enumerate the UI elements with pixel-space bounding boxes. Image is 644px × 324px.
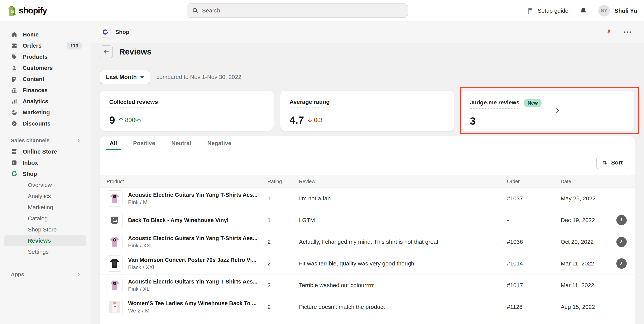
shop-channel-icon bbox=[11, 170, 18, 177]
arrow-down-icon bbox=[307, 117, 313, 123]
sidebar-item-products[interactable]: Products bbox=[0, 51, 91, 62]
sidebar-item-shop[interactable]: Shop bbox=[0, 168, 91, 180]
product-title: Back To Black - Amy Winehouse Vinyl bbox=[128, 217, 228, 224]
body: Home Orders 113 Products Customers Conte… bbox=[0, 21, 644, 324]
edited-clock-icon bbox=[616, 258, 627, 269]
sidebar-item-finances[interactable]: Finances bbox=[0, 85, 91, 96]
app-name: Shop bbox=[116, 29, 130, 35]
period-dropdown[interactable]: Last Month bbox=[100, 70, 150, 84]
back-button[interactable] bbox=[100, 46, 113, 58]
reviews-card: All Positive Neutral Negative Sort Produ… bbox=[100, 136, 635, 324]
pin-icon[interactable] bbox=[605, 28, 612, 36]
shopify-logo[interactable]: S shopify bbox=[0, 4, 47, 17]
sidebar-item-label: Home bbox=[23, 31, 82, 38]
sidebar-item-label: Analytics bbox=[23, 98, 82, 104]
judgeme-reviews-card[interactable]: Judge.me reviews New 3 bbox=[461, 90, 634, 131]
sidebar-subitem-settings[interactable]: Settings bbox=[0, 246, 91, 258]
table-row[interactable]: Women'S Tee Ladies Amy Winehouse Back To… bbox=[100, 296, 635, 318]
subitem-label: Settings bbox=[28, 248, 48, 255]
topbar: S shopify Setup guide SY Shul bbox=[0, 0, 644, 21]
sidebar-item-orders[interactable]: Orders 113 bbox=[0, 40, 91, 51]
topbar-right: Setup guide SY Shuli Yu bbox=[527, 0, 637, 21]
stat-cards-row: Collected reviews 9 800% Average rating bbox=[100, 90, 635, 131]
more-actions-icon[interactable] bbox=[623, 28, 632, 36]
table-row[interactable]: Acoustic Electric Guitars Yin Yang T-Shi… bbox=[100, 231, 635, 253]
orders-icon bbox=[11, 42, 18, 49]
page-content: Reviews Last Month compared to Nov 1-Nov… bbox=[91, 43, 644, 324]
subitem-label: Shop Store bbox=[28, 226, 57, 233]
product-title: Van Morrison Concert Poster 70s Jazz Ret… bbox=[128, 257, 256, 263]
edited-clock-icon bbox=[616, 215, 627, 225]
tab-negative[interactable]: Negative bbox=[203, 136, 236, 150]
sort-row: Sort bbox=[100, 150, 635, 175]
sidebar-item-discounts[interactable]: Discounts bbox=[0, 118, 91, 129]
controls-row: Last Month compared to Nov 1-Nov 30, 202… bbox=[100, 70, 635, 84]
product-thumbnail bbox=[106, 277, 123, 293]
sidebar-item-label: Customers bbox=[23, 65, 82, 71]
rating-value: 2 bbox=[268, 304, 299, 310]
rating-value: 1 bbox=[268, 217, 299, 224]
review-text: Actually, I changed my mind. This shirt … bbox=[299, 238, 507, 245]
col-date: Date bbox=[561, 178, 628, 184]
sidebar-item-marketing[interactable]: Marketing bbox=[0, 107, 91, 118]
table-row[interactable]: Acoustic Electric Guitars Yin Yang T-Shi… bbox=[100, 274, 635, 296]
sort-label: Sort bbox=[611, 159, 623, 166]
setup-guide-button[interactable]: Setup guide bbox=[527, 7, 568, 14]
order-number: #1017 bbox=[507, 282, 561, 288]
sidebar-item-label: Orders bbox=[23, 42, 62, 49]
sort-button[interactable]: Sort bbox=[596, 156, 628, 169]
sidebar-item-analytics[interactable]: Analytics bbox=[0, 96, 91, 107]
tab-all[interactable]: All bbox=[106, 136, 121, 150]
sidebar-subitem-analytics[interactable]: Analytics bbox=[0, 190, 91, 202]
search-bar[interactable] bbox=[187, 4, 408, 18]
sidebar-subitem-shop-store[interactable]: Shop Store bbox=[0, 224, 91, 235]
app-actions bbox=[605, 28, 636, 36]
order-number: #1014 bbox=[507, 260, 561, 267]
bar-chart-icon bbox=[11, 98, 18, 105]
sidebar-subitem-catalog[interactable]: Catalog bbox=[0, 213, 91, 224]
storefront-icon bbox=[11, 148, 18, 155]
sidebar-item-home[interactable]: Home bbox=[0, 29, 91, 40]
product-title: Acoustic Electric Guitars Yin Yang T-Shi… bbox=[128, 192, 258, 198]
subitem-label: Reviews bbox=[28, 238, 51, 244]
setup-guide-label: Setup guide bbox=[538, 8, 568, 14]
sidebar-item-label: Online Store bbox=[23, 148, 82, 155]
tab-neutral[interactable]: Neutral bbox=[167, 136, 195, 150]
notification-bell-icon[interactable] bbox=[580, 7, 587, 14]
sidebar-item-content[interactable]: Content bbox=[0, 74, 91, 85]
caret-down-icon bbox=[140, 76, 144, 78]
sidebar-item-inbox[interactable]: S Inbox bbox=[0, 157, 91, 168]
user-menu[interactable]: SY Shuli Yu bbox=[598, 5, 637, 16]
apps-header[interactable]: Apps bbox=[0, 269, 91, 280]
stat-title: Judge.me reviews bbox=[470, 99, 520, 109]
search-input[interactable] bbox=[202, 7, 375, 14]
product-thumbnail bbox=[106, 299, 123, 315]
tab-positive[interactable]: Positive bbox=[129, 136, 159, 150]
review-date: May 25, 2022 bbox=[561, 195, 596, 202]
table-row[interactable]: Back To Black - Amy Winehouse Vinyl 1 LG… bbox=[100, 210, 635, 231]
sidebar-item-online-store[interactable]: Online Store bbox=[0, 146, 91, 157]
product-thumbnail bbox=[106, 190, 123, 206]
sidebar-subitem-reviews[interactable]: Reviews bbox=[4, 235, 86, 246]
table-row[interactable]: Acoustic Electric Guitars Yin Yang T-Shi… bbox=[100, 188, 635, 210]
sidebar-subitem-overview[interactable]: Overview bbox=[0, 180, 91, 190]
sidebar-subitem-marketing[interactable]: Marketing bbox=[0, 202, 91, 213]
person-icon bbox=[11, 64, 18, 72]
rating-value: 2 bbox=[268, 238, 299, 245]
stat-value: 3 bbox=[470, 115, 476, 127]
col-product: Product bbox=[106, 178, 268, 184]
title-row: Reviews bbox=[100, 46, 635, 58]
subitem-label: Analytics bbox=[28, 193, 51, 200]
app-header: Shop bbox=[91, 21, 644, 43]
stat-value: 9 bbox=[109, 114, 115, 126]
discount-badge-icon bbox=[11, 120, 18, 127]
sort-arrows-icon bbox=[602, 160, 608, 166]
product-variant: Pink / M bbox=[128, 199, 258, 206]
chevron-right-icon bbox=[554, 107, 561, 114]
product-variant: Pink / XL bbox=[128, 286, 258, 292]
sidebar-item-customers[interactable]: Customers bbox=[0, 62, 91, 74]
sales-channels-header[interactable]: Sales channels bbox=[0, 135, 91, 146]
table-row[interactable]: Van Morrison Concert Poster 70s Jazz Ret… bbox=[100, 253, 635, 274]
shopify-admin-screen: S shopify Setup guide SY Shul bbox=[0, 0, 644, 324]
stat-title: Average rating bbox=[290, 99, 330, 108]
